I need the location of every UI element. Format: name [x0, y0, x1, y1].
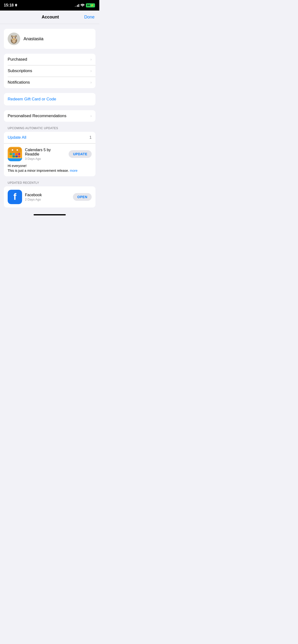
redeem-card[interactable]: Redeem Gift Card or Code	[4, 93, 95, 106]
upcoming-section: UPCOMING AUTOMATIC UPDATES Update All 1	[4, 126, 95, 176]
more-link[interactable]: more	[70, 169, 77, 172]
facebook-icon: f	[8, 190, 22, 204]
svg-point-7	[13, 38, 13, 38]
chevron-icon: ›	[90, 80, 92, 84]
home-indicator	[34, 214, 66, 216]
personalised-card[interactable]: Personalised Recommendations ›	[4, 110, 95, 122]
open-button[interactable]: OPEN	[73, 193, 92, 201]
svg-rect-27	[8, 158, 22, 161]
facebook-date: 2 Days Ago	[25, 198, 70, 201]
chevron-icon: ›	[90, 69, 92, 73]
svg-rect-24	[13, 156, 15, 158]
svg-text:f: f	[14, 192, 17, 202]
chevron-icon: ›	[90, 57, 92, 62]
svg-rect-23	[10, 156, 12, 158]
nav-bar: Account Done	[0, 10, 99, 24]
user-name: Anastasiia	[24, 36, 43, 42]
svg-rect-25	[15, 156, 18, 158]
recently-header: UPDATED RECENTLY	[4, 181, 95, 186]
svg-point-5	[12, 37, 13, 38]
svg-rect-20	[13, 153, 15, 155]
svg-rect-26	[18, 156, 20, 158]
redeem-label: Redeem Gift Card or Code	[8, 97, 56, 102]
personalised-item[interactable]: Personalised Recommendations ›	[4, 110, 95, 122]
svg-rect-18	[10, 152, 20, 152]
facebook-name: Facebook	[25, 193, 70, 197]
svg-point-13	[14, 38, 14, 39]
done-button[interactable]: Done	[84, 14, 95, 20]
svg-point-8	[15, 38, 16, 38]
recently-cards: f Facebook 2 Days Ago OPEN	[4, 186, 95, 208]
svg-rect-15	[9, 148, 21, 152]
user-row[interactable]: Anastasiia	[4, 29, 95, 49]
upcoming-header: UPCOMING AUTOMATIC UPDATES	[4, 126, 95, 132]
svg-point-12	[12, 40, 16, 43]
facebook-info: Facebook 2 Days Ago	[25, 193, 70, 201]
notifications-item[interactable]: Notifications ›	[4, 77, 95, 88]
svg-point-6	[15, 37, 16, 38]
update-notes: Hi everyone! This is just a minor improv…	[8, 164, 92, 173]
svg-rect-28	[9, 158, 21, 158]
update-all-row[interactable]: Update All 1	[4, 132, 95, 144]
calendars-name: Calendars 5 by Readdle	[25, 148, 66, 156]
redeem-row[interactable]: Redeem Gift Card or Code	[4, 93, 95, 106]
svg-point-16	[12, 149, 13, 151]
location-icon	[15, 4, 17, 7]
facebook-row: f Facebook 2 Days Ago OPEN	[4, 186, 95, 208]
calendars-app-icon	[8, 147, 22, 161]
update-button[interactable]: UPDATE	[69, 150, 92, 158]
avatar	[8, 32, 20, 45]
user-profile-card[interactable]: Anastasiia	[4, 29, 95, 49]
svg-rect-19	[10, 153, 12, 155]
calendars-info: Calendars 5 by Readdle 3 Days Ago	[25, 148, 66, 160]
recently-section: UPDATED RECENTLY f Facebook 2 Days Ago O…	[4, 181, 95, 208]
status-time: 15:18	[4, 3, 17, 8]
page-title: Account	[42, 14, 59, 20]
calendars-update-row: Calendars 5 by Readdle 3 Days Ago UPDATE…	[4, 144, 95, 176]
battery-indicator: 84 ⚡	[86, 3, 95, 8]
calendars-date: 3 Days Ago	[25, 157, 66, 160]
svg-rect-21	[15, 153, 18, 155]
purchased-item[interactable]: Purchased ›	[4, 54, 95, 65]
avatar-image	[8, 32, 20, 45]
main-content: Anastasiia Purchased › Subscriptions › N…	[0, 24, 99, 212]
update-card: Update All 1	[4, 132, 95, 176]
subscriptions-item[interactable]: Subscriptions ›	[4, 65, 95, 77]
svg-point-17	[17, 149, 18, 151]
wifi-icon	[81, 4, 84, 7]
signal-bars	[75, 4, 79, 7]
status-right: 84 ⚡	[75, 3, 95, 8]
status-bar: 15:18 84 ⚡	[0, 0, 99, 10]
update-all-label: Update All	[8, 135, 26, 140]
update-count: 1	[89, 135, 92, 140]
chevron-icon: ›	[90, 114, 92, 118]
menu-card: Purchased › Subscriptions › Notification…	[4, 54, 95, 88]
svg-rect-22	[18, 153, 20, 155]
